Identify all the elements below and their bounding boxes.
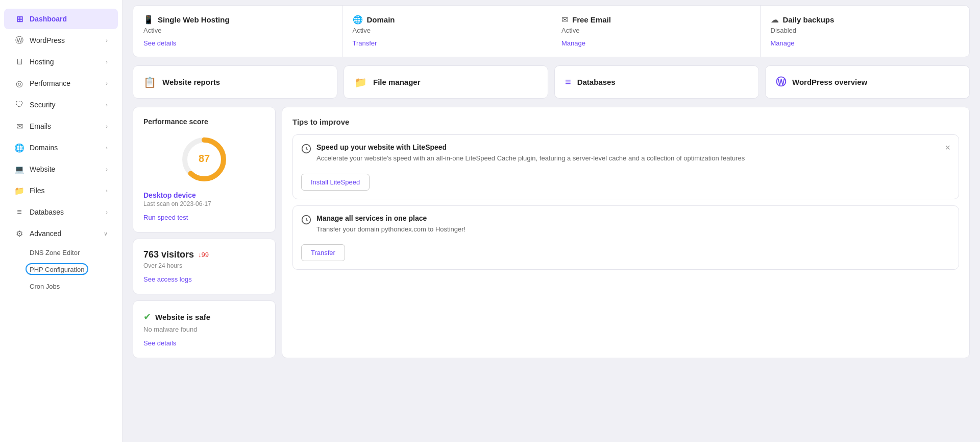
chevron-right-icon: › bbox=[106, 59, 108, 65]
visitors-period: Over 24 hours bbox=[143, 262, 265, 269]
domains-icon: 🌐 bbox=[14, 143, 24, 153]
domain-card-icon: 🌐 bbox=[353, 15, 363, 25]
sidebar-item-label: Databases bbox=[30, 208, 64, 216]
advanced-icon: ⚙ bbox=[14, 228, 24, 239]
domain-card: 🌐 Domain Active Transfer bbox=[342, 6, 552, 57]
sidebar-item-emails[interactable]: ✉ Emails › bbox=[4, 116, 118, 136]
visitors-change: ↓99 bbox=[198, 251, 209, 259]
sidebar-item-domains[interactable]: 🌐 Domains › bbox=[4, 137, 118, 158]
sidebar-item-label: Website bbox=[30, 165, 55, 173]
sidebar-item-label: Domains bbox=[30, 144, 58, 152]
manage-services-tip-title: Manage all services in one place bbox=[316, 214, 950, 222]
sidebar-item-wordpress[interactable]: Ⓦ WordPress › bbox=[4, 30, 118, 51]
donut-chart: 87 bbox=[179, 134, 230, 185]
sidebar-item-hosting[interactable]: 🖥 Hosting › bbox=[4, 52, 118, 72]
backups-card: ☁ Daily backups Disabled Manage bbox=[761, 6, 970, 57]
file-manager-label: File manager bbox=[373, 78, 421, 86]
visitors-card: 763 visitors ↓99 Over 24 hours See acces… bbox=[133, 239, 276, 294]
sidebar-sub-item-php-configuration[interactable]: PHP Configuration bbox=[4, 262, 118, 277]
email-card-title: Free Email bbox=[572, 15, 611, 24]
chevron-down-icon: ∨ bbox=[104, 230, 108, 237]
chevron-right-icon: › bbox=[106, 37, 108, 43]
sidebar-item-performance[interactable]: ◎ Performance › bbox=[4, 73, 118, 94]
sidebar-item-databases[interactable]: ≡ Databases › bbox=[4, 202, 118, 222]
device-label: Desktop device bbox=[143, 191, 265, 199]
files-icon: 📁 bbox=[14, 185, 24, 196]
chevron-right-icon: › bbox=[106, 123, 108, 129]
sidebar-item-label: WordPress bbox=[30, 36, 65, 44]
performance-score-card: Performance score 87 Desktop device Last… bbox=[133, 107, 276, 232]
see-access-logs-link[interactable]: See access logs bbox=[143, 275, 192, 283]
cron-jobs-label: Cron Jobs bbox=[30, 283, 60, 290]
safe-see-details-link[interactable]: See details bbox=[143, 339, 176, 347]
databases-card-icon: ≡ bbox=[565, 76, 571, 88]
website-safety-card: ✔ Website is safe No malware found See d… bbox=[133, 300, 276, 358]
chevron-right-icon: › bbox=[106, 145, 108, 151]
domain-card-status: Active bbox=[353, 27, 541, 34]
email-card-status: Active bbox=[561, 27, 750, 34]
install-litespeed-button[interactable]: Install LiteSpeed bbox=[301, 174, 370, 191]
sidebar-item-dashboard[interactable]: ⊞ Dashboard bbox=[4, 9, 118, 29]
run-speed-test-link[interactable]: Run speed test bbox=[143, 214, 188, 221]
hosting-card-status: Active bbox=[143, 27, 332, 34]
see-details-hosting-link[interactable]: See details bbox=[143, 39, 176, 47]
sidebar-item-files[interactable]: 📁 Files › bbox=[4, 180, 118, 201]
hosting-card: 📱 Single Web Hosting Active See details bbox=[133, 6, 342, 57]
website-reports-label: Website reports bbox=[162, 78, 220, 86]
transfer-button[interactable]: Transfer bbox=[301, 244, 345, 261]
sidebar-item-label: Advanced bbox=[30, 229, 61, 238]
sidebar-item-label: Performance bbox=[30, 79, 70, 87]
transfer-domain-link[interactable]: Transfer bbox=[353, 39, 377, 47]
databases-card-label: Databases bbox=[577, 78, 616, 86]
wordpress-icon: Ⓦ bbox=[14, 35, 24, 45]
sidebar: ⊞ Dashboard Ⓦ WordPress › 🖥 Hosting › ◎ … bbox=[0, 0, 122, 442]
hosting-card-title: Single Web Hosting bbox=[158, 15, 230, 24]
domain-card-title: Domain bbox=[367, 15, 395, 24]
performance-score-title: Performance score bbox=[143, 118, 265, 126]
sidebar-item-label: Hosting bbox=[30, 58, 54, 66]
hosting-icon: 🖥 bbox=[14, 57, 24, 67]
email-card: ✉ Free Email Active Manage bbox=[551, 6, 761, 57]
sidebar-item-security[interactable]: 🛡 Security › bbox=[4, 95, 118, 115]
dns-zone-editor-label: DNS Zone Editor bbox=[30, 249, 80, 257]
sidebar-item-label: Dashboard bbox=[30, 15, 67, 23]
manage-services-tip-card: Manage all services in one place Transfe… bbox=[292, 205, 959, 270]
sidebar-item-label: Files bbox=[30, 187, 45, 195]
litespeed-tip-desc: Accelerate your website's speed with an … bbox=[316, 153, 940, 164]
chevron-right-icon: › bbox=[106, 209, 108, 215]
sidebar-item-label: Emails bbox=[30, 122, 51, 130]
litespeed-tip-title: Speed up your website with LiteSpeed bbox=[316, 143, 940, 151]
sidebar-sub-item-cron-jobs[interactable]: Cron Jobs bbox=[4, 278, 118, 294]
sidebar-item-website[interactable]: 💻 Website › bbox=[4, 159, 118, 179]
svg-text:87: 87 bbox=[199, 153, 210, 164]
safe-subtitle: No malware found bbox=[143, 325, 265, 333]
tips-title: Tips to improve bbox=[292, 118, 959, 126]
email-card-icon: ✉ bbox=[561, 15, 568, 25]
manage-backups-link[interactable]: Manage bbox=[771, 39, 795, 47]
backups-card-icon: ☁ bbox=[771, 15, 779, 25]
file-manager-icon: 📁 bbox=[354, 76, 367, 88]
backups-card-status: Disabled bbox=[771, 27, 960, 34]
dashboard-icon: ⊞ bbox=[14, 14, 24, 24]
litespeed-tip-close-button[interactable]: × bbox=[945, 143, 950, 152]
backups-card-title: Daily backups bbox=[783, 15, 835, 24]
performance-icon: ◎ bbox=[14, 78, 24, 88]
security-icon: 🛡 bbox=[14, 100, 24, 110]
wordpress-overview-label: WordPress overview bbox=[792, 78, 867, 86]
litespeed-tip-card: Speed up your website with LiteSpeed Acc… bbox=[292, 134, 959, 199]
databases-card[interactable]: ≡ Databases bbox=[554, 65, 759, 99]
website-reports-card[interactable]: 📋 Website reports bbox=[133, 65, 337, 99]
safe-title: Website is safe bbox=[155, 313, 210, 321]
sidebar-sub-item-dns-zone-editor[interactable]: DNS Zone Editor bbox=[4, 245, 118, 261]
website-icon: 💻 bbox=[14, 164, 24, 174]
visitors-count: 763 visitors bbox=[143, 249, 194, 260]
manage-services-tip-icon bbox=[301, 215, 311, 227]
manage-email-link[interactable]: Manage bbox=[561, 39, 585, 47]
chevron-right-icon: › bbox=[106, 166, 108, 172]
file-manager-card[interactable]: 📁 File manager bbox=[344, 65, 548, 99]
sidebar-item-advanced[interactable]: ⚙ Advanced ∨ bbox=[4, 223, 118, 244]
tips-column: Tips to improve Speed up your website wi… bbox=[282, 107, 970, 358]
hosting-card-icon: 📱 bbox=[143, 15, 154, 25]
action-cards-row: 📋 Website reports 📁 File manager ≡ Datab… bbox=[133, 65, 970, 99]
wordpress-overview-card[interactable]: Ⓦ WordPress overview bbox=[765, 65, 970, 99]
